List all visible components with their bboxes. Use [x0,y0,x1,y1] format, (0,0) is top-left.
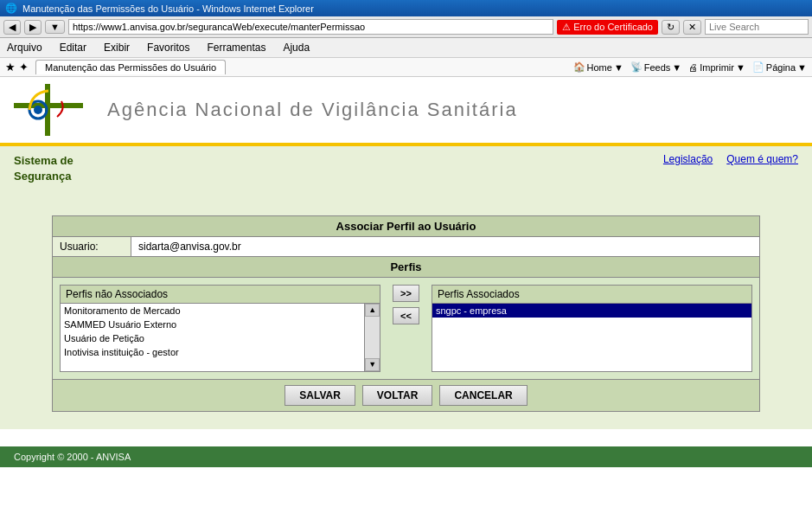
list-item[interactable]: Inotivisa instituição - gestor [61,345,364,359]
home-dropdown-icon: ▼ [614,62,623,73]
title-bar: 🌐 Manutenção das Permissões do Usuário -… [0,0,812,16]
usuario-label: Usuario: [53,237,131,256]
list-item[interactable]: SAMMED Usuário Externo [61,318,364,331]
logo-area: Agência Nacional de Vigilância Sanitária [14,84,518,136]
usuario-value: sidarta@anvisa.gov.br [131,237,759,256]
home-label: Home [587,62,612,73]
feeds-button[interactable]: 📡 Feeds ▼ [630,61,681,73]
menu-bar: Arquivo Editar Exibir Favoritos Ferramen… [0,38,812,58]
scroll-down-button[interactable]: ▼ [365,358,380,371]
buttons-row: SALVAR VOLTAR CANCELAR [53,379,759,411]
page-icon: 📄 [752,61,764,73]
menu-favoritos[interactable]: Favoritos [144,40,193,55]
feeds-label: Feeds [644,62,671,73]
arrow-buttons: >> << [387,285,425,324]
scroll-up-button[interactable]: ▲ [365,304,380,317]
address-input[interactable] [68,19,553,35]
stop-button[interactable]: ✕ [683,20,701,35]
print-icon: 🖨 [688,62,698,73]
star-plus-icon[interactable]: ✦ [19,61,29,74]
perfis-nao-associados-list[interactable]: Monitoramento de Mercado SAMMED Usuário … [60,303,365,372]
dropdown-button[interactable]: ▼ [45,20,65,34]
feeds-icon: 📡 [630,61,643,73]
print-label: Imprimir [700,62,734,73]
menu-arquivo[interactable]: Arquivo [3,40,46,55]
usuario-row: Usuario: sidarta@anvisa.gov.br [53,237,759,257]
menu-editar[interactable]: Editar [56,40,90,55]
system-links: Legislação Quem é quem? [663,153,798,165]
title-bar-text: Manutenção das Permissões do Usuário - W… [22,3,314,14]
header-title: Agência Nacional de Vigilância Sanitária [107,99,518,121]
address-bar: ◀ ▶ ▼ ⚠ Erro do Certificado ↻ ✕ [0,16,812,38]
svg-point-3 [34,106,42,114]
salvar-button[interactable]: SALVAR [285,385,355,406]
perfis-nao-associados-container: Perfis não Associados Monitoramento de M… [60,285,380,372]
page-dropdown-icon: ▼ [797,62,807,73]
list-item[interactable]: Usuário de Petição [61,331,364,345]
cert-error-badge: ⚠ Erro do Certificado [557,20,658,35]
form-container: Associar Perfil ao Usuário Usuario: sida… [52,215,760,412]
favorites-bar: ★ ✦ Manutenção das Permissões do Usuário… [0,58,812,77]
anvisa-logo [14,84,83,136]
list-item[interactable]: sngpc - empresa [432,304,751,318]
current-tab[interactable]: Manutenção das Permissões do Usuário [35,60,226,74]
quem-e-quem-link[interactable]: Quem é quem? [726,153,798,165]
print-dropdown-icon: ▼ [736,62,745,73]
system-label-line2: Segurança [14,170,71,183]
list-item[interactable]: Monitoramento de Mercado [61,304,364,318]
favorites-icons: ★ ✦ [5,61,29,74]
form-title: Associar Perfil ao Usuário [53,216,759,237]
perfis-content: Perfis não Associados Monitoramento de M… [53,278,759,379]
home-button[interactable]: 🏠 Home ▼ [573,61,623,73]
page-label: Página [766,62,796,73]
tab-label: Manutenção das Permissões do Usuário [45,62,216,73]
refresh-button[interactable]: ↻ [662,20,680,35]
move-left-button[interactable]: << [393,307,419,324]
system-label: Sistema de Segurança [14,153,74,184]
move-right-button[interactable]: >> [393,285,419,302]
menu-ferramentas[interactable]: Ferramentas [203,40,269,55]
voltar-button[interactable]: VOLTAR [362,385,433,406]
header-area: Agência Nacional de Vigilância Sanitária [0,77,812,146]
main-form: Associar Perfil ao Usuário Usuario: sida… [0,198,812,429]
perfis-associados-container: Perfis Associados sngpc - empresa [432,285,752,372]
perfis-section-title: Perfis [53,257,759,278]
perfis-title-text: Perfis [390,260,421,273]
cert-error-icon: ⚠ [562,22,571,33]
feeds-dropdown-icon: ▼ [672,62,681,73]
perfis-associados-label: Perfis Associados [432,285,752,303]
cert-error-text: Erro do Certificado [573,22,653,32]
scroll-area: ▲ ▼ [365,303,380,372]
perfis-associados-list[interactable]: sngpc - empresa [432,303,752,372]
browser-icon: 🌐 [5,3,17,14]
form-title-text: Associar Perfil ao Usuário [336,220,476,233]
perfis-nao-associados-label: Perfis não Associados [60,285,380,303]
cancelar-button[interactable]: CANCELAR [439,385,527,406]
legislacao-link[interactable]: Legislação [663,153,713,165]
system-label-line1: Sistema de [14,154,74,167]
home-icon: 🏠 [573,61,585,73]
footer: Copyright © 2000 - ANVISA [0,446,812,467]
menu-ajuda[interactable]: Ajuda [279,40,313,55]
print-button[interactable]: 🖨 Imprimir ▼ [688,62,745,73]
menu-exibir[interactable]: Exibir [100,40,133,55]
footer-text: Copyright © 2000 - ANVISA [14,452,131,462]
search-input[interactable] [705,19,809,35]
star-icon[interactable]: ★ [5,61,16,74]
back-button[interactable]: ◀ [3,20,21,35]
toolbar-right: 🏠 Home ▼ 📡 Feeds ▼ 🖨 Imprimir ▼ 📄 Página… [573,61,807,73]
system-bar: Sistema de Segurança Legislação Quem é q… [0,146,812,198]
forward-button[interactable]: ▶ [24,20,42,35]
page-button[interactable]: 📄 Página ▼ [752,61,807,73]
